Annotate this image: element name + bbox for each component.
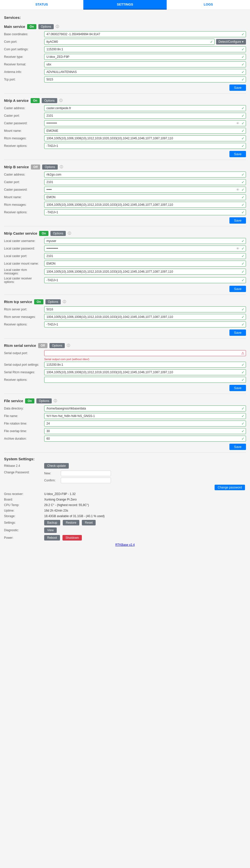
ntrip-caster-password-input[interactable]: [44, 246, 246, 251]
gnss-receiver-label: Gnss receiver:: [4, 492, 44, 496]
ntrip-b-password-eye-icon[interactable]: 👁: [236, 188, 240, 192]
tab-logs[interactable]: LOGS: [167, 0, 250, 9]
ntrip-caster-username-wrap: ✓: [44, 238, 246, 244]
ntrip-caster-rtcm-messages-input[interactable]: [44, 269, 246, 275]
settings-backup-row: Settings: Backup Restore Reset: [4, 520, 246, 525]
ntrip-a-caster-password-input[interactable]: [44, 120, 246, 126]
rtcm-serial-save-btn[interactable]: Save: [229, 385, 246, 391]
main-com-port-input[interactable]: [44, 39, 215, 45]
main-service-toggle[interactable]: On: [27, 24, 36, 29]
file-service-data-dir-input[interactable]: [44, 405, 246, 411]
ntrip-b-caster-port-input[interactable]: [44, 179, 246, 185]
ntrip-b-rtcm-messages-input[interactable]: [44, 202, 246, 208]
main-antenna-info-check-icon: ✓: [242, 70, 245, 74]
rtcm-tcp-server-messages-input[interactable]: [44, 314, 246, 320]
file-service-archive-duration-input[interactable]: [44, 436, 246, 442]
ntrip-a-save-btn[interactable]: Save: [229, 151, 246, 157]
footer-version-link[interactable]: RTKBase v2.4: [115, 543, 135, 547]
ntrip-a-caster-port-row: Caster port: ✓: [4, 113, 246, 119]
main-detect-configure-btn[interactable]: Detect/Configure ▾: [216, 39, 246, 44]
ntrip-a-caster-port-wrap: ✓: [44, 113, 246, 119]
main-receiver-format-label: Receiver format:: [4, 63, 44, 66]
rtcm-tcp-save-row: Save: [4, 330, 246, 336]
rtcm-serial-output-settings-input[interactable]: [44, 362, 246, 368]
rtcm-serial-receiver-options-input[interactable]: [44, 377, 246, 383]
ntrip-caster-save-btn[interactable]: Save: [229, 286, 246, 292]
ntrip-b-receiver-options-input[interactable]: [44, 209, 246, 215]
main-service-save-btn[interactable]: Save: [229, 85, 246, 91]
footer-link[interactable]: RTKBase v2.4: [4, 543, 246, 549]
file-service-rotation-time-input[interactable]: [44, 421, 246, 427]
ntrip-a-mount-name-input[interactable]: [44, 128, 246, 134]
backup-btn[interactable]: Backup: [44, 520, 60, 525]
ntrip-a-caster-password-wrap: 👁 ✓: [44, 120, 246, 126]
tab-settings[interactable]: SETTINGS: [83, 0, 167, 9]
ntrip-caster-receiver-options-input[interactable]: [44, 277, 246, 283]
new-password-input[interactable]: [61, 471, 111, 476]
ntrip-b-caster-password-input[interactable]: [44, 187, 246, 193]
ntrip-b-toggle[interactable]: Off: [31, 164, 40, 169]
file-service-save-btn[interactable]: Save: [229, 444, 246, 450]
rtcm-serial-messages-wrap: ✓: [44, 369, 246, 375]
ntrip-b-save-btn[interactable]: Save: [229, 217, 246, 224]
main-receiver-format-input[interactable]: [44, 61, 246, 67]
ntrip-b-caster-password-wrap: 👁 ✓: [44, 187, 246, 193]
ntrip-a-receiver-options-input[interactable]: [44, 143, 246, 149]
file-service-file-name-check-icon: ✓: [242, 414, 245, 418]
rtcm-tcp-save-btn[interactable]: Save: [229, 330, 246, 336]
main-tcp-port-input[interactable]: [44, 76, 246, 83]
reboot-btn[interactable]: Reboot: [44, 535, 60, 540]
storage-label: Storage:: [4, 514, 44, 518]
ntrip-caster-options-btn[interactable]: Options: [50, 231, 66, 236]
restore-btn[interactable]: Restore: [63, 520, 79, 525]
file-service-options-btn[interactable]: Options: [36, 398, 52, 403]
ntrip-caster-password-eye-icon[interactable]: 👁: [236, 247, 240, 250]
main-com-port-settings-input[interactable]: [44, 46, 246, 52]
rtcm-serial-options-btn[interactable]: Options: [49, 343, 65, 348]
ntrip-a-caster-port-input[interactable]: [44, 113, 246, 119]
ntrip-b-mount-name-input[interactable]: [44, 194, 246, 200]
ntrip-b-save-row: Save: [4, 217, 246, 224]
view-btn[interactable]: View: [44, 527, 57, 533]
rtcm-tcp-receiver-options-input[interactable]: [44, 321, 246, 328]
ntrip-a-mount-name-wrap: ✓: [44, 128, 246, 134]
change-password-btn[interactable]: Change password: [215, 485, 245, 490]
rtcm-tcp-server-port-wrap: ✓: [44, 306, 246, 312]
main-receiver-type-input[interactable]: [44, 54, 246, 60]
rtcm-serial-output-port-input[interactable]: [44, 350, 246, 356]
rtcm-serial-toggle[interactable]: Off: [38, 343, 47, 348]
ntrip-a-rtcm-messages-input[interactable]: [44, 135, 246, 142]
tab-status[interactable]: STATUS: [0, 0, 83, 9]
rtcm-tcp-options-btn[interactable]: Options: [45, 299, 61, 304]
rtcm-tcp-toggle[interactable]: On: [34, 299, 43, 304]
rtcm-tcp-server-messages-wrap: ✓: [44, 314, 246, 320]
rtcm-serial-messages-input[interactable]: [44, 369, 246, 375]
confirm-password-input[interactable]: [61, 478, 111, 483]
main-antenna-info-input[interactable]: [44, 69, 246, 75]
ntrip-caster-receiver-options-row: Local caster receiver options: ✓: [4, 277, 246, 284]
ntrip-caster-toggle[interactable]: On: [39, 231, 48, 236]
main-service-options-btn[interactable]: Options: [38, 24, 54, 29]
rtcm-tcp-server-port-input[interactable]: [44, 306, 246, 312]
ntrip-caster-username-input[interactable]: [44, 238, 246, 244]
main-content: Services: Main service On Options ⓘ Base…: [0, 10, 250, 552]
ntrip-b-caster-password-check-icon: ✓: [242, 188, 245, 192]
ntrip-a-toggle[interactable]: On: [31, 98, 40, 103]
rtcm-serial-info-icon: ⓘ: [67, 343, 70, 348]
shutdown-btn[interactable]: Shutdown: [63, 535, 82, 540]
file-service-file-name-input[interactable]: [44, 413, 246, 419]
ntrip-a-options-btn[interactable]: Options: [42, 98, 57, 103]
main-receiver-type-wrap: ✓: [44, 54, 246, 60]
reset-btn[interactable]: Reset: [82, 520, 96, 525]
check-update-btn[interactable]: Check update: [44, 463, 69, 469]
file-service-overlap-time-input[interactable]: [44, 428, 246, 434]
ntrip-caster-port-input[interactable]: [44, 253, 246, 259]
main-base-coordinates-input[interactable]: [44, 31, 246, 37]
ntrip-b-mount-name-label: Mount name:: [4, 195, 44, 199]
file-service-toggle[interactable]: On: [25, 398, 34, 403]
ntrip-b-caster-address-input[interactable]: [44, 172, 246, 178]
ntrip-b-options-btn[interactable]: Options: [42, 164, 58, 169]
ntrip-a-caster-address-input[interactable]: [44, 105, 246, 111]
ntrip-a-password-eye-icon[interactable]: 👁: [236, 122, 240, 125]
ntrip-caster-mount-name-input[interactable]: [44, 260, 246, 267]
